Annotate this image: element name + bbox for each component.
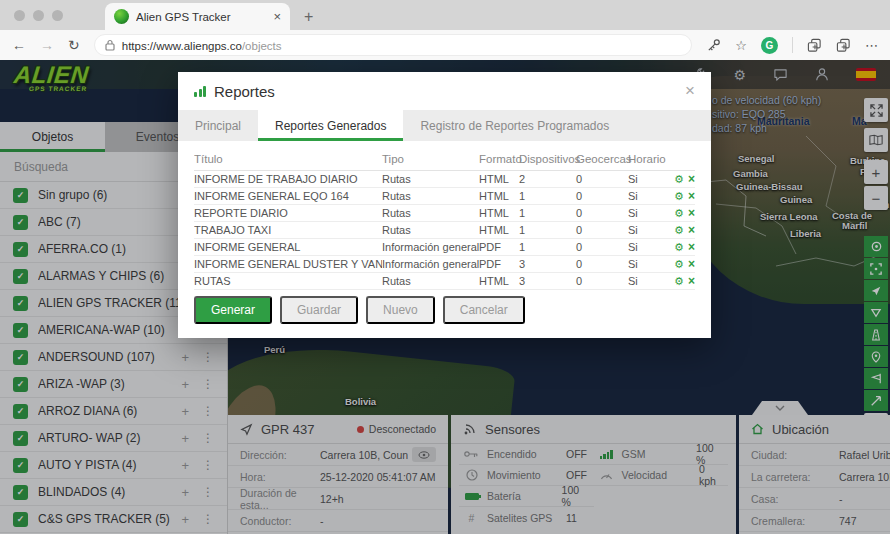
password-key-icon[interactable] [706, 38, 721, 53]
edit-report-gear-icon[interactable]: ⚙ [674, 275, 684, 288]
table-header-row: Título Tipo Formato Dispositivos Geocerc… [194, 147, 695, 171]
back-icon[interactable]: ← [12, 37, 26, 53]
collections-icon[interactable] [807, 38, 822, 53]
browser-address-bar: ← → ↻ https://www.aliengps.co/objects ☆ … [0, 30, 890, 60]
divider [792, 37, 793, 53]
table-row[interactable]: INFORME GENERALInformación generalPDF10S… [194, 239, 695, 256]
window-close-button[interactable] [14, 10, 25, 21]
edit-report-gear-icon[interactable]: ⚙ [674, 173, 684, 186]
window-minimize-button[interactable] [33, 10, 44, 21]
table-row[interactable]: INFORME DE TRABAJO DIARIORutasHTML20Si⚙× [194, 171, 695, 188]
save-button[interactable]: Guardar [280, 296, 358, 324]
new-tab-button[interactable]: + [304, 8, 313, 26]
tab-title: Alien GPS Tracker [136, 11, 266, 23]
extension-badge-icon[interactable]: G [761, 37, 778, 54]
table-row[interactable]: REPORTE DIARIORutasHTML10Si⚙× [194, 205, 695, 222]
delete-report-icon[interactable]: × [688, 223, 695, 237]
table-row[interactable]: TRABAJO TAXIRutasHTML10Si⚙× [194, 222, 695, 239]
table-row[interactable]: INFORME GENERAL DUSTER Y VANS MABInforma… [194, 256, 695, 273]
new-button[interactable]: Nuevo [366, 296, 435, 324]
tab-reportes-generados[interactable]: Reportes Generados [258, 110, 403, 141]
bar-chart-icon [194, 86, 206, 97]
modal-footer: Generar Guardar Nuevo Cancelar [178, 296, 711, 338]
browser-tab[interactable]: Alien GPS Tracker × [105, 3, 290, 30]
tab-principal[interactable]: Principal [178, 110, 258, 141]
generate-button[interactable]: Generar [194, 296, 272, 324]
site-favicon [114, 9, 129, 24]
browser-menu-icon[interactable]: ⋯ [865, 38, 878, 53]
reload-icon[interactable]: ↻ [68, 37, 80, 53]
edit-report-gear-icon[interactable]: ⚙ [674, 207, 684, 220]
modal-tabs: Principal Reportes Generados Registro de… [178, 110, 711, 141]
reports-table: Título Tipo Formato Dispositivos Geocerc… [194, 147, 695, 290]
tab-registro-programados[interactable]: Registro de Reportes Programados [403, 110, 626, 141]
edit-report-gear-icon[interactable]: ⚙ [674, 224, 684, 237]
favorites-star-icon[interactable]: ☆ [735, 38, 747, 53]
browser-tab-strip: Alien GPS Tracker × + [0, 0, 890, 30]
url-host: https://www.aliengps.co [122, 40, 242, 52]
cancel-button[interactable]: Cancelar [443, 296, 525, 324]
delete-report-icon[interactable]: × [688, 189, 695, 203]
tab-close-icon[interactable]: × [273, 9, 281, 24]
edit-report-gear-icon[interactable]: ⚙ [674, 241, 684, 254]
page-content: Mauritania Senegal Gambia Guinea-Bissau … [0, 60, 890, 534]
forward-icon[interactable]: → [40, 37, 54, 53]
url-path: /objects [242, 40, 282, 52]
delete-report-icon[interactable]: × [688, 274, 695, 288]
delete-report-icon[interactable]: × [688, 240, 695, 254]
modal-close-icon[interactable]: × [685, 81, 695, 101]
lock-icon [105, 39, 115, 51]
table-row[interactable]: INFORME GENERAL EQO 164RutasHTML10Si⚙× [194, 188, 695, 205]
edit-report-gear-icon[interactable]: ⚙ [674, 190, 684, 203]
extensions-icon[interactable] [836, 38, 851, 53]
modal-title: Reportes [214, 83, 275, 100]
reports-modal: Reportes × Principal Reportes Generados … [178, 72, 711, 338]
delete-report-icon[interactable]: × [688, 257, 695, 271]
delete-report-icon[interactable]: × [688, 172, 695, 186]
window-maximize-button[interactable] [52, 10, 63, 21]
delete-report-icon[interactable]: × [688, 206, 695, 220]
edit-report-gear-icon[interactable]: ⚙ [674, 258, 684, 271]
table-row[interactable]: RUTASRutasHTML30Si⚙× [194, 273, 695, 290]
url-field[interactable]: https://www.aliengps.co/objects [94, 34, 693, 56]
window-controls[interactable] [0, 0, 77, 30]
